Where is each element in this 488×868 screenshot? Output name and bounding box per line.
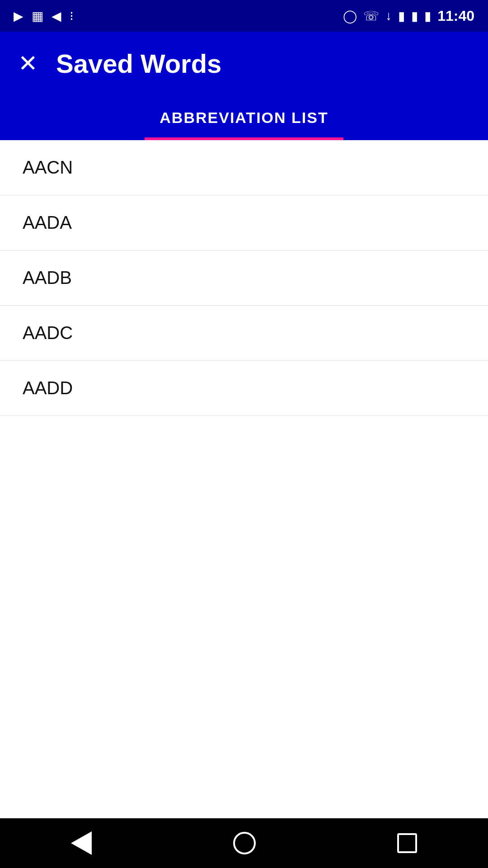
list-item[interactable]: AADD (0, 361, 488, 416)
status-icons-left: ▶ ▦ ◀ ⁝ (14, 9, 74, 24)
location-icon: ▶ (14, 9, 23, 24)
list-item-label: AADD (23, 378, 73, 398)
back-button[interactable] (71, 831, 92, 855)
list-item[interactable]: AADA (0, 195, 488, 250)
signal1-icon: ▮ (398, 9, 405, 24)
signal2-icon: ▮ (411, 9, 418, 24)
close-button[interactable]: ✕ (18, 52, 38, 75)
battery-icon: ▮ (424, 9, 431, 24)
phone-icon: ☏ (363, 9, 379, 24)
alarm-icon: ◯ (343, 9, 357, 24)
image-icon: ▦ (32, 9, 43, 24)
list-item-label: AACN (23, 157, 73, 177)
abbreviation-list: AACN AADA AADB AADC AADD (0, 140, 488, 416)
abbreviation-list-tab[interactable]: ABBREVIATION LIST (160, 109, 328, 127)
grid-icon: ⁝ (70, 9, 74, 24)
status-bar: ▶ ▦ ◀ ⁝ ◯ ☏ ↓ ▮ ▮ ▮ 11:40 (0, 0, 488, 32)
home-button[interactable] (233, 832, 256, 854)
nav-bar (0, 818, 488, 868)
status-icons-right: ◯ ☏ ↓ ▮ ▮ ▮ 11:40 (343, 8, 474, 24)
nav-icon-status: ◀ (52, 9, 61, 24)
list-item[interactable]: AADC (0, 306, 488, 361)
list-item[interactable]: AADB (0, 250, 488, 306)
status-time: 11:40 (437, 8, 474, 24)
download-icon: ↓ (385, 9, 392, 23)
list-item-label: AADB (23, 268, 72, 288)
header: ✕ Saved Words (0, 32, 488, 95)
tab-bar: ABBREVIATION LIST (0, 95, 488, 140)
list-item-label: AADA (23, 212, 72, 232)
recents-button[interactable] (397, 833, 417, 853)
tab-underline (145, 137, 343, 140)
list-item-label: AADC (23, 323, 73, 343)
list-item[interactable]: AACN (0, 140, 488, 195)
page-title: Saved Words (56, 48, 221, 79)
